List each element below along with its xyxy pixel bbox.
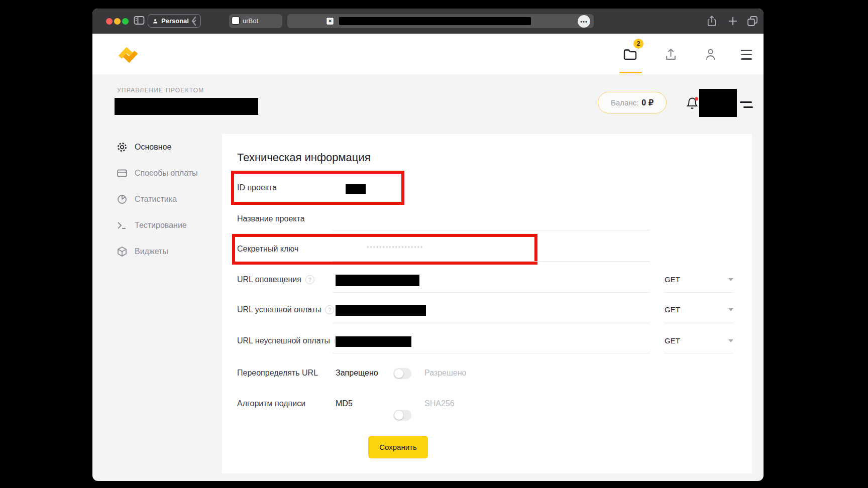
secret-key-masked-value: ****************** xyxy=(367,245,423,251)
balance-button[interactable]: Баланс: 0 ₽ xyxy=(598,92,667,113)
app-header: 2 xyxy=(92,34,764,74)
project-name-input[interactable] xyxy=(333,230,650,230)
notify-url-method-underline xyxy=(664,292,733,293)
fail-url-label: URL неуспешной оплаты ? xyxy=(237,336,343,345)
notify-url-label-text: URL оповещения xyxy=(237,275,301,284)
save-button[interactable]: Сохранить xyxy=(368,436,428,458)
credit-card-icon xyxy=(117,168,128,179)
toggle-knob xyxy=(394,369,403,378)
tab-overview-icon[interactable] xyxy=(746,15,758,27)
zoom-window-button[interactable] xyxy=(122,18,129,25)
toggle-knob xyxy=(394,411,403,420)
tab-urbot[interactable]: urBot xyxy=(229,14,282,28)
tab-more-button[interactable]: ••• xyxy=(578,15,590,28)
sidebar-item-testing[interactable]: Тестирование xyxy=(117,217,217,233)
tab-favicon xyxy=(232,17,240,25)
projects-folder-icon[interactable] xyxy=(623,49,637,60)
project-name-label: Название проекта xyxy=(237,214,305,223)
help-icon[interactable]: ? xyxy=(305,275,314,284)
page-title: Техническая информация xyxy=(237,151,371,164)
new-tab-icon[interactable] xyxy=(727,16,738,27)
sidebar-item-widgets[interactable]: Виджеты xyxy=(117,243,217,260)
gear-icon xyxy=(117,142,128,153)
browser-titlebar: Personal urBot ✕ ••• xyxy=(92,9,764,34)
notify-url-input[interactable] xyxy=(333,292,650,293)
tab-close-favicon: ✕ xyxy=(326,17,334,25)
fail-url-method-underline xyxy=(664,353,733,353)
tab-active[interactable]: ✕ ••• xyxy=(287,14,594,28)
share-icon[interactable] xyxy=(706,15,717,28)
sign-algo-on-label: SHA256 xyxy=(424,399,455,408)
redacted-notify-url-value xyxy=(336,275,419,286)
success-url-method-select[interactable]: GET xyxy=(665,305,733,314)
method-value: GET xyxy=(665,275,680,284)
chevron-down-icon xyxy=(728,278,733,281)
success-url-method-underline xyxy=(664,323,733,323)
success-url-label-text: URL успешной оплаты xyxy=(237,305,321,314)
help-icon[interactable]: ? xyxy=(325,305,334,314)
settings-card: Техническая информация ID проекта Назван… xyxy=(222,134,752,473)
sidebar-item-label: Виджеты xyxy=(135,247,168,256)
project-switch-icon[interactable] xyxy=(740,101,753,108)
back-button[interactable] xyxy=(191,16,197,26)
account-icon[interactable] xyxy=(704,48,717,61)
redacted-project-id-value xyxy=(346,184,366,194)
sidebar-item-label: Основное xyxy=(135,143,171,152)
method-value: GET xyxy=(665,305,680,314)
person-icon xyxy=(152,18,158,24)
chevron-down-icon xyxy=(728,308,733,311)
tab-title: urBot xyxy=(243,17,258,25)
override-url-label: Переопределять URL xyxy=(237,369,318,378)
projects-count-badge: 2 xyxy=(633,39,643,49)
redacted-success-url-value xyxy=(336,305,426,316)
minimize-window-button[interactable] xyxy=(114,18,121,25)
secret-key-label: Секретный ключ xyxy=(237,245,298,254)
sign-algo-label: Алгоритм подписи xyxy=(237,399,305,408)
sidebar-item-main[interactable]: Основное xyxy=(117,139,217,155)
notifications-bell-icon[interactable] xyxy=(685,95,699,110)
menu-icon[interactable] xyxy=(741,50,752,60)
balance-label: Баланс: xyxy=(611,98,638,107)
override-url-toggle[interactable] xyxy=(393,368,411,379)
sidebar-item-payment-methods[interactable]: Способы оплаты xyxy=(117,165,217,181)
notify-url-label: URL оповещения ? xyxy=(237,275,314,284)
close-window-button[interactable] xyxy=(106,18,113,25)
success-url-input[interactable] xyxy=(333,323,650,323)
brand-logo[interactable] xyxy=(116,45,140,64)
cube-icon xyxy=(117,246,128,257)
active-nav-underline xyxy=(619,72,642,73)
sidebar-item-statistics[interactable]: Статистика xyxy=(117,191,217,207)
balance-value: 0 ₽ xyxy=(641,98,654,107)
sign-algo-toggle[interactable] xyxy=(393,410,411,421)
redacted-tab-title xyxy=(339,17,531,25)
section-label: УПРАВЛЕНИЕ ПРОЕКТОМ xyxy=(117,87,204,94)
badge-count: 2 xyxy=(637,40,640,47)
override-url-off-label: Запрещено xyxy=(336,369,378,378)
sign-algo-off-label: MD5 xyxy=(336,399,353,408)
secret-key-input[interactable] xyxy=(333,261,650,262)
sidebar-toggle-icon[interactable] xyxy=(134,16,145,26)
sidebar-item-label: Статистика xyxy=(135,195,177,204)
override-url-on-label: Разрешено xyxy=(424,369,466,378)
ellipsis-icon: ••• xyxy=(580,19,588,25)
withdraw-icon[interactable] xyxy=(665,48,677,61)
pie-chart-icon xyxy=(117,194,128,205)
redacted-fail-url-value xyxy=(336,336,411,347)
notify-url-method-select[interactable]: GET xyxy=(665,275,733,284)
sidebar: Основное Способы оплаты Статистика Тести… xyxy=(117,139,217,260)
method-value: GET xyxy=(665,336,680,345)
fail-url-label-text: URL неуспешной оплаты xyxy=(237,336,330,345)
chevron-down-icon xyxy=(728,339,733,342)
sidebar-item-label: Тестирование xyxy=(135,221,187,230)
browser-window: Personal urBot ✕ ••• xyxy=(92,9,764,481)
project-id-label: ID проекта xyxy=(237,183,277,192)
sidebar-item-label: Способы оплаты xyxy=(135,169,198,178)
success-url-label: URL успешной оплаты ? xyxy=(237,305,334,314)
fail-url-method-select[interactable]: GET xyxy=(665,336,733,345)
redacted-project-name xyxy=(115,98,258,115)
fail-url-input[interactable] xyxy=(333,353,650,353)
redacted-avatar[interactable] xyxy=(699,89,737,117)
profile-label: Personal xyxy=(161,17,189,25)
terminal-icon xyxy=(117,220,128,231)
